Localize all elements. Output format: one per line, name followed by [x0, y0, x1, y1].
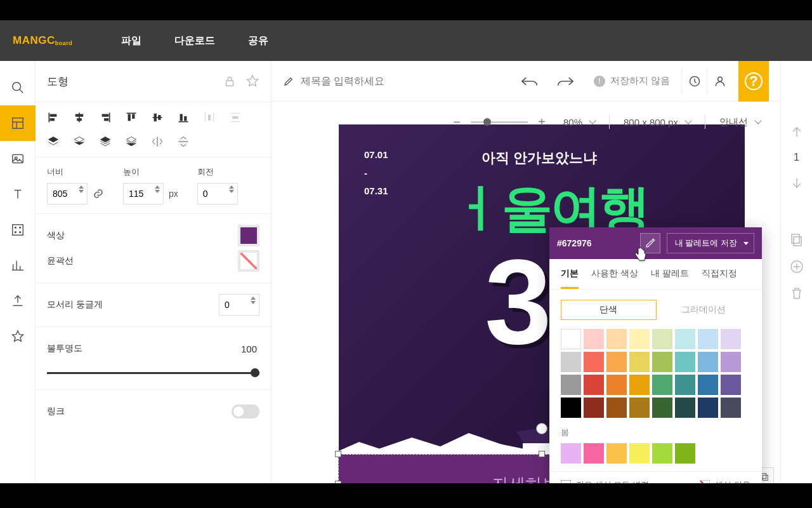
tab-basic[interactable]: 기본	[561, 268, 579, 289]
opacity-slider[interactable]	[47, 365, 259, 380]
color-swatch[interactable]	[584, 375, 604, 395]
color-swatch[interactable]	[584, 329, 604, 349]
rail-photos[interactable]	[0, 141, 36, 177]
profile-icon[interactable]	[707, 69, 732, 94]
rotate-handle[interactable]	[536, 423, 547, 434]
subtab-solid[interactable]: 단색	[561, 300, 657, 320]
canvas-size-dropdown[interactable]: 800 x 800 px	[619, 117, 696, 128]
color-swatch[interactable]	[698, 375, 718, 395]
history-icon[interactable]	[681, 69, 707, 94]
color-swatch[interactable]	[561, 329, 581, 349]
save-palette-dropdown[interactable]: 내 팔레트에 저장	[667, 233, 754, 253]
change-all-checkbox[interactable]	[561, 480, 571, 483]
color-swatch[interactable]	[629, 398, 650, 418]
color-swatch[interactable]	[675, 329, 695, 349]
zoom-dropdown[interactable]: 80%	[558, 117, 600, 128]
color-swatch[interactable]	[698, 352, 718, 372]
stroke-swatch[interactable]	[238, 250, 259, 272]
color-swatch[interactable]	[561, 375, 581, 395]
logo[interactable]: MANGCboard	[0, 34, 105, 47]
align-top-icon[interactable]	[125, 111, 138, 124]
color-swatch[interactable]	[606, 329, 627, 349]
zoom-in-button[interactable]: +	[534, 114, 549, 130]
color-swatch[interactable]	[721, 329, 741, 349]
color-swatch[interactable]	[675, 398, 695, 418]
color-swatch[interactable]	[698, 398, 718, 418]
layer-forward-icon[interactable]	[125, 135, 138, 148]
color-swatch[interactable]	[584, 352, 604, 372]
color-swatch[interactable]	[561, 443, 581, 464]
color-swatch[interactable]	[606, 375, 627, 395]
align-bottom-icon[interactable]	[177, 111, 190, 124]
tab-used[interactable]: 사용한 색상	[591, 268, 638, 289]
handle-ml[interactable]	[335, 481, 341, 483]
layer-back-icon[interactable]	[47, 135, 60, 148]
no-color-swatch[interactable]	[700, 480, 710, 483]
edit-title-icon[interactable]	[283, 76, 294, 87]
rotate-input[interactable]: 0	[197, 183, 238, 204]
link-wh-icon[interactable]	[93, 188, 104, 199]
color-swatch[interactable]	[675, 352, 695, 372]
tab-mine[interactable]: 내 팔레트	[651, 268, 689, 289]
color-swatch[interactable]	[721, 398, 741, 418]
rail-upload[interactable]	[0, 283, 36, 319]
link-toggle[interactable]	[232, 404, 259, 418]
tab-direct[interactable]: 직접지정	[702, 268, 737, 289]
subtab-gradient[interactable]: 그라데이션	[657, 300, 751, 320]
help-button[interactable]: ?	[738, 61, 769, 102]
color-swatch[interactable]	[652, 398, 672, 418]
color-swatch[interactable]	[721, 375, 741, 395]
rail-templates[interactable]	[0, 105, 36, 141]
color-swatch[interactable]	[675, 443, 695, 464]
menu-download[interactable]: 다운로드	[158, 34, 232, 48]
handle-tl[interactable]	[335, 451, 341, 457]
width-input[interactable]: 805	[47, 183, 88, 204]
color-swatch[interactable]	[652, 352, 672, 372]
page-up-icon[interactable]	[789, 124, 804, 140]
color-swatch[interactable]	[606, 352, 627, 372]
align-center-h-icon[interactable]	[73, 111, 86, 124]
layer-backward-icon[interactable]	[99, 135, 112, 148]
color-swatch[interactable]	[652, 443, 672, 464]
color-swatch[interactable]	[584, 443, 604, 464]
zoom-out-button[interactable]: −	[449, 114, 464, 130]
color-swatch[interactable]	[675, 375, 695, 395]
delete-page-icon[interactable]	[789, 286, 804, 301]
undo-icon[interactable]	[520, 75, 539, 88]
flip-v-icon[interactable]	[177, 135, 190, 148]
color-swatch[interactable]	[561, 398, 581, 418]
fill-swatch[interactable]	[238, 225, 259, 246]
document-title-input[interactable]	[301, 76, 440, 87]
rail-charts[interactable]	[0, 248, 36, 283]
color-swatch[interactable]	[629, 443, 650, 464]
color-swatch[interactable]	[606, 398, 627, 418]
color-swatch[interactable]	[561, 352, 581, 372]
page-down-icon[interactable]	[789, 175, 804, 190]
guides-dropdown[interactable]: 안내선	[714, 116, 766, 128]
height-input[interactable]: 115	[123, 183, 164, 204]
star-icon[interactable]	[246, 74, 259, 88]
color-swatch[interactable]	[721, 352, 741, 372]
add-page-icon[interactable]	[789, 259, 804, 274]
color-swatch[interactable]	[629, 352, 650, 372]
align-right-icon[interactable]	[99, 111, 112, 124]
layer-front-icon[interactable]	[73, 135, 86, 148]
copy-page-icon[interactable]	[789, 232, 804, 248]
color-swatch[interactable]	[652, 375, 672, 395]
rail-search[interactable]	[0, 70, 36, 105]
color-swatch[interactable]	[584, 398, 604, 418]
menu-file[interactable]: 파일	[105, 34, 158, 48]
color-swatch[interactable]	[698, 329, 718, 349]
handle-tm[interactable]	[539, 451, 545, 457]
align-left-icon[interactable]	[47, 111, 60, 124]
flip-h-icon[interactable]	[151, 135, 164, 148]
rail-elements[interactable]	[0, 212, 36, 248]
color-swatch[interactable]	[629, 375, 650, 395]
rail-favorites[interactable]	[0, 319, 36, 354]
lock-icon[interactable]	[223, 74, 237, 88]
color-swatch[interactable]	[652, 329, 672, 349]
color-swatch[interactable]	[606, 443, 627, 464]
rail-text[interactable]	[0, 177, 36, 212]
menu-share[interactable]: 공유	[232, 34, 285, 48]
color-swatch[interactable]	[629, 329, 650, 349]
